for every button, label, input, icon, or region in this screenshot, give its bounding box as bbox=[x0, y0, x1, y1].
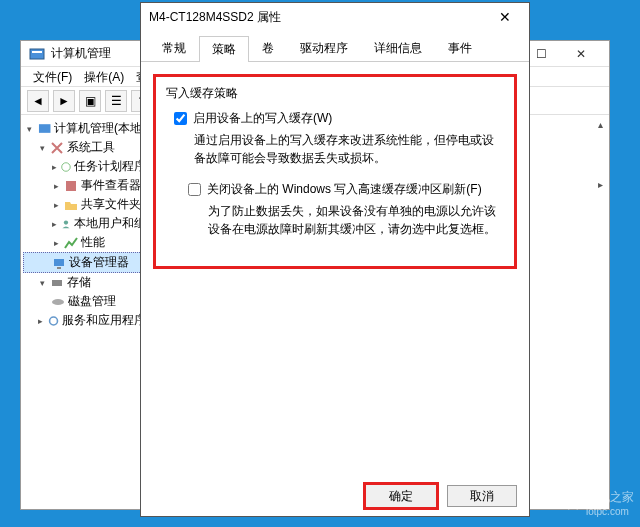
disable-flush-checkbox[interactable] bbox=[188, 183, 201, 196]
tab-general[interactable]: 常规 bbox=[149, 35, 199, 61]
tree-system-tools[interactable]: ▾ 系统工具 bbox=[23, 138, 148, 157]
chevron-down-icon[interactable]: ▾ bbox=[37, 278, 47, 288]
clock-icon bbox=[61, 160, 71, 174]
chevron-down-icon[interactable]: ▾ bbox=[37, 143, 47, 153]
event-icon bbox=[64, 179, 78, 193]
svg-rect-8 bbox=[52, 280, 62, 286]
svg-point-3 bbox=[62, 162, 71, 171]
tree-services[interactable]: ▸ 服务和应用程序 bbox=[23, 311, 148, 330]
watermark: ☆ 装机之家 lotpc.com bbox=[564, 489, 634, 517]
menu-action[interactable]: 操作(A) bbox=[80, 69, 128, 84]
performance-icon bbox=[64, 236, 78, 250]
enable-write-cache-label: 启用设备上的写入缓存(W) bbox=[193, 110, 332, 127]
watermark-url: lotpc.com bbox=[586, 506, 634, 517]
tree-local-users[interactable]: ▸ 本地用户和组 bbox=[23, 214, 148, 233]
svg-rect-4 bbox=[66, 181, 76, 191]
tab-details[interactable]: 详细信息 bbox=[361, 35, 435, 61]
device-properties-dialog: M4-CT128M4SSD2 属性 ✕ 常规 策略 卷 驱动程序 详细信息 事件… bbox=[140, 2, 530, 517]
enable-write-cache-row[interactable]: 启用设备上的写入缓存(W) bbox=[174, 110, 504, 127]
tree-task-scheduler[interactable]: ▸ 任务计划程序 bbox=[23, 157, 148, 176]
dialog-close-button[interactable]: ✕ bbox=[489, 9, 521, 25]
folder-icon bbox=[64, 198, 78, 212]
tab-content: 写入缓存策略 启用设备上的写入缓存(W) 通过启用设备上的写入缓存来改进系统性能… bbox=[141, 62, 529, 476]
highlighted-policies-section: 写入缓存策略 启用设备上的写入缓存(W) 通过启用设备上的写入缓存来改进系统性能… bbox=[153, 74, 517, 269]
scroll-up-arrow[interactable]: ▴ bbox=[598, 119, 603, 130]
services-icon bbox=[48, 314, 59, 328]
users-icon bbox=[61, 217, 71, 231]
dialog-button-row: 确定 取消 bbox=[141, 476, 529, 516]
tools-icon bbox=[50, 141, 64, 155]
svg-rect-0 bbox=[30, 49, 44, 59]
tab-events[interactable]: 事件 bbox=[435, 35, 485, 61]
ok-button[interactable]: 确定 bbox=[363, 482, 439, 510]
cancel-button[interactable]: 取消 bbox=[447, 485, 517, 507]
tree-device-manager[interactable]: 设备管理器 bbox=[23, 252, 148, 273]
bg-close-button[interactable]: ✕ bbox=[561, 41, 601, 67]
svg-point-9 bbox=[52, 299, 64, 305]
enable-write-cache-checkbox[interactable] bbox=[174, 112, 187, 125]
svg-rect-2 bbox=[39, 124, 51, 133]
star-icon: ☆ bbox=[564, 491, 582, 515]
tree-storage[interactable]: ▾ 存储 bbox=[23, 273, 148, 292]
chevron-right-icon[interactable]: ▸ bbox=[51, 200, 61, 210]
svg-point-10 bbox=[50, 317, 58, 325]
device-icon bbox=[52, 256, 66, 270]
disk-icon bbox=[51, 295, 65, 309]
toolbar-props-button[interactable]: ☰ bbox=[105, 90, 127, 112]
navigation-tree[interactable]: ▾ 计算机管理(本地) ▾ 系统工具 ▸ 任务计划程序 ▸ 事件查看器 ▸ bbox=[21, 115, 151, 509]
computer-icon bbox=[38, 122, 51, 136]
svg-rect-7 bbox=[57, 267, 61, 269]
enable-write-cache-desc: 通过启用设备上的写入缓存来改进系统性能，但停电或设备故障可能会导致数据丢失或损坏… bbox=[194, 131, 504, 167]
toolbar-forward-button[interactable]: ► bbox=[53, 90, 75, 112]
tree-performance[interactable]: ▸ 性能 bbox=[23, 233, 148, 252]
dialog-tabs: 常规 策略 卷 驱动程序 详细信息 事件 bbox=[141, 31, 529, 62]
chevron-right-icon[interactable]: ▸ bbox=[51, 162, 58, 172]
tree-disk-management[interactable]: 磁盘管理 bbox=[23, 292, 148, 311]
chevron-right-icon[interactable]: ▸ bbox=[51, 238, 61, 248]
tab-policies[interactable]: 策略 bbox=[199, 36, 249, 62]
chevron-right-icon[interactable]: ▸ bbox=[37, 316, 45, 326]
watermark-text: 装机之家 bbox=[586, 489, 634, 506]
storage-icon bbox=[50, 276, 64, 290]
tree-event-viewer[interactable]: ▸ 事件查看器 bbox=[23, 176, 148, 195]
svg-rect-1 bbox=[32, 51, 42, 53]
toolbar-back-button[interactable]: ◄ bbox=[27, 90, 49, 112]
disable-flush-row[interactable]: 关闭设备上的 Windows 写入高速缓存缓冲区刷新(F) bbox=[188, 181, 504, 198]
chevron-right-icon[interactable]: ▸ bbox=[51, 219, 58, 229]
scroll-down-arrow[interactable]: ▸ bbox=[598, 179, 603, 190]
chevron-right-icon[interactable]: ▸ bbox=[51, 181, 61, 191]
bg-window-title: 计算机管理 bbox=[51, 45, 111, 62]
tab-driver[interactable]: 驱动程序 bbox=[287, 35, 361, 61]
svg-point-5 bbox=[64, 220, 68, 224]
chevron-down-icon[interactable]: ▾ bbox=[25, 124, 35, 134]
tree-shared-folders[interactable]: ▸ 共享文件夹 bbox=[23, 195, 148, 214]
computer-management-icon bbox=[29, 46, 45, 62]
write-cache-policy-label: 写入缓存策略 bbox=[166, 85, 504, 102]
tree-root[interactable]: ▾ 计算机管理(本地) bbox=[23, 119, 148, 138]
disable-flush-desc: 为了防止数据丢失，如果设备没有单独的电源以允许该设备在电源故障时刷新其缓冲区，请… bbox=[208, 202, 504, 238]
dialog-title: M4-CT128M4SSD2 属性 bbox=[149, 9, 281, 26]
toolbar-up-button[interactable]: ▣ bbox=[79, 90, 101, 112]
svg-rect-6 bbox=[54, 259, 64, 266]
disable-flush-label: 关闭设备上的 Windows 写入高速缓存缓冲区刷新(F) bbox=[207, 181, 482, 198]
dialog-titlebar: M4-CT128M4SSD2 属性 ✕ bbox=[141, 3, 529, 31]
menu-file[interactable]: 文件(F) bbox=[29, 69, 76, 84]
tab-volumes[interactable]: 卷 bbox=[249, 35, 287, 61]
